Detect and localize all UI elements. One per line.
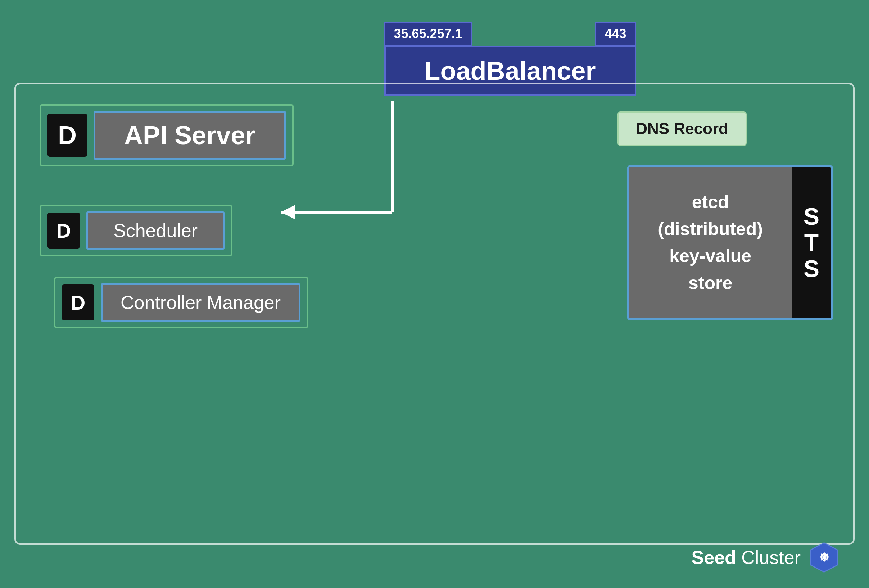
etcd-label: etcd (distributed) key-value store: [658, 189, 763, 297]
svg-text:⎈: ⎈: [820, 548, 829, 564]
scheduler-box: Scheduler: [86, 212, 224, 250]
api-server-d-badge: D: [47, 114, 87, 157]
seed-cluster-label: Seed Cluster ⎈: [692, 541, 840, 574]
seed-cluster-text: Seed Cluster: [692, 547, 801, 568]
lb-tags-row: 35.65.257.1 443: [384, 22, 636, 46]
cm-box: Controller Manager: [101, 283, 301, 321]
scheduler-label: Scheduler: [113, 220, 197, 241]
sts-s2: S: [804, 256, 819, 282]
seed-bold: Seed: [692, 547, 736, 568]
api-server-box: API Server: [93, 111, 286, 160]
sts-t: T: [804, 230, 819, 256]
sts-s: S: [804, 204, 819, 230]
cluster-text: Cluster: [741, 547, 801, 568]
etcd-group: etcd (distributed) key-value store S T S: [627, 166, 833, 320]
controller-manager-group: D Controller Manager: [54, 277, 308, 328]
sts-badge: S T S: [792, 167, 831, 318]
lb-port-tag: 443: [595, 22, 636, 46]
etcd-box: etcd (distributed) key-value store: [629, 167, 792, 318]
api-server-group: D API Server: [40, 104, 294, 166]
api-server-label: API Server: [124, 121, 255, 150]
scheduler-group: D Scheduler: [40, 205, 233, 256]
cm-d-badge: D: [62, 284, 94, 320]
kubernetes-icon: ⎈: [808, 541, 840, 574]
diagram: 35.65.257.1 443 LoadBalancer DNS Record …: [0, 0, 869, 588]
cm-label: Controller Manager: [120, 292, 281, 313]
scheduler-d-badge: D: [47, 213, 80, 249]
lb-ip-tag: 35.65.257.1: [384, 22, 472, 46]
